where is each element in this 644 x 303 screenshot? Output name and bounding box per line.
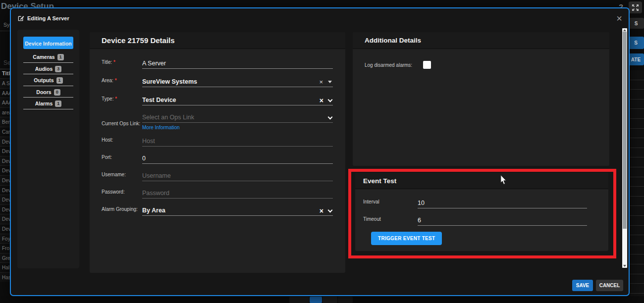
table-row[interactable]: Dev bbox=[0, 137, 10, 147]
modal-title: Editing A Server bbox=[27, 15, 69, 21]
field-label-host: Host: bbox=[102, 137, 142, 147]
table-row[interactable]: Dev bbox=[0, 156, 10, 166]
field-underline bbox=[142, 172, 333, 181]
table-row[interactable]: Dev bbox=[0, 214, 10, 224]
form-row-current-ops-link: Current Ops Link:More Information bbox=[102, 105, 333, 130]
field-label-alarm-grouping: Alarm Grouping: bbox=[102, 206, 142, 216]
sidebar-tab-alarms[interactable]: Alarms1 bbox=[23, 98, 73, 109]
clear-icon[interactable]: × bbox=[320, 98, 323, 103]
event-test-panel: Event Test Interval Timeout TRIGGER EVEN… bbox=[355, 173, 608, 251]
cancel-button[interactable]: CANCEL bbox=[596, 280, 623, 291]
chevron-down-icon[interactable] bbox=[328, 208, 333, 213]
clear-icon[interactable]: × bbox=[319, 79, 323, 85]
host-input[interactable] bbox=[142, 138, 333, 145]
fullscreen-icon[interactable] bbox=[629, 1, 642, 13]
trigger-event-test-button[interactable]: TRIGGER EVENT TEST bbox=[371, 232, 442, 245]
type-input[interactable] bbox=[142, 97, 318, 103]
field-underline: × bbox=[142, 207, 333, 216]
table-row[interactable]: A Se bbox=[0, 78, 10, 88]
table-row[interactable]: Dev bbox=[0, 146, 10, 156]
pagination-button[interactable] bbox=[338, 297, 353, 303]
modal-title-row: Editing A Server bbox=[18, 15, 69, 21]
table-row[interactable]: Fro bbox=[0, 243, 10, 253]
tab-count-badge: 1 bbox=[56, 77, 63, 84]
title-input[interactable] bbox=[142, 60, 333, 67]
field-underline bbox=[142, 60, 333, 69]
background-button-fragment[interactable]: S bbox=[628, 18, 644, 29]
required-asterisk: * bbox=[112, 59, 115, 65]
additional-details-title: Additional Details bbox=[353, 32, 609, 49]
scrollbar-up-arrow-icon[interactable] bbox=[623, 29, 626, 31]
sidebar-tab-doors[interactable]: Doors0 bbox=[23, 86, 73, 98]
port-input[interactable] bbox=[142, 155, 333, 162]
additional-details-panel: Additional Details Log disarmed alarms: bbox=[353, 32, 609, 166]
close-icon[interactable]: × bbox=[613, 12, 625, 24]
username-input[interactable] bbox=[142, 172, 333, 179]
field-label-username: Username: bbox=[102, 172, 142, 181]
area-input[interactable] bbox=[142, 78, 317, 85]
scrollbar-down-arrow-icon[interactable] bbox=[623, 265, 626, 267]
modal-scrollbar-track[interactable] bbox=[622, 28, 627, 268]
table-row[interactable]: Dev bbox=[0, 185, 10, 195]
save-button[interactable]: SAVE bbox=[572, 280, 593, 291]
form-row-type: Type: *× bbox=[102, 87, 333, 105]
form-row-title: Title: * bbox=[102, 51, 333, 69]
form-row-port: Port: bbox=[102, 147, 333, 164]
field-underline bbox=[142, 138, 333, 147]
current-ops-link-input[interactable] bbox=[142, 114, 325, 121]
chevron-down-icon[interactable] bbox=[328, 98, 333, 102]
table-row[interactable]: Car bbox=[0, 127, 10, 137]
tab-label: Outputs bbox=[34, 77, 54, 83]
field-control-alarm-grouping: × bbox=[142, 199, 333, 216]
alarm-grouping-input[interactable] bbox=[142, 207, 318, 214]
sidebar-tab-device-information[interactable]: Device Information bbox=[23, 37, 73, 49]
table-row[interactable]: Has bbox=[0, 272, 10, 282]
timeout-underline bbox=[418, 208, 587, 226]
field-control-port bbox=[142, 147, 333, 164]
table-row[interactable]: area bbox=[0, 107, 10, 117]
field-control-current-ops-link: More Information bbox=[142, 105, 333, 130]
table-row[interactable]: AAA bbox=[0, 88, 10, 98]
table-row[interactable]: Foy bbox=[0, 234, 10, 244]
sidebar-tab-outputs[interactable]: Outputs1 bbox=[23, 74, 73, 86]
background-tab-underline bbox=[0, 31, 10, 31]
table-row[interactable]: Dev bbox=[0, 165, 10, 175]
table-row[interactable]: Dev bbox=[0, 224, 10, 234]
sidebar-tab-cameras[interactable]: Cameras1 bbox=[23, 51, 73, 63]
field-underline: × bbox=[142, 78, 333, 87]
field-control-area: × bbox=[142, 69, 333, 87]
pagination-button-active[interactable] bbox=[310, 297, 322, 303]
edit-pencil-icon bbox=[18, 15, 24, 21]
device-details-form: Title: *Area: *×Type: *×Current Ops Link… bbox=[90, 49, 345, 216]
edit-server-modal: Editing A Server × Device InformationCam… bbox=[10, 7, 630, 296]
table-row[interactable]: Dev bbox=[0, 204, 10, 214]
sidebar-tab-audios[interactable]: Audios3 bbox=[23, 63, 73, 75]
clear-icon[interactable]: × bbox=[320, 208, 323, 214]
table-row[interactable]: Dev bbox=[0, 195, 10, 204]
caret-down-icon[interactable] bbox=[328, 81, 332, 83]
field-label-title: Title: * bbox=[102, 59, 142, 69]
field-control-host bbox=[142, 130, 333, 147]
table-row[interactable]: Ben bbox=[0, 117, 10, 127]
background-blue-button-fragment-1[interactable]: S bbox=[628, 37, 644, 49]
more-information-link[interactable]: More Information bbox=[142, 125, 180, 130]
table-row[interactable]: Dev bbox=[0, 175, 10, 185]
background-blue-button-fragment-2[interactable]: ATE bbox=[628, 53, 644, 65]
table-row[interactable]: Gre bbox=[0, 253, 10, 263]
log-disarmed-checkbox[interactable] bbox=[423, 61, 431, 69]
password-input[interactable] bbox=[142, 190, 333, 197]
table-row[interactable]: AAA bbox=[0, 98, 10, 107]
tab-label: Doors bbox=[36, 89, 51, 95]
device-details-title: Device 21759 Details bbox=[90, 32, 345, 49]
timeout-input[interactable] bbox=[418, 217, 587, 224]
form-row-host: Host: bbox=[102, 130, 333, 147]
field-label-current-ops-link: Current Ops Link: bbox=[102, 121, 142, 130]
field-label-area: Area: * bbox=[102, 78, 142, 87]
pagination-button[interactable] bbox=[322, 297, 337, 303]
interval-input[interactable] bbox=[418, 200, 587, 206]
chevron-down-icon[interactable] bbox=[328, 115, 333, 120]
pagination-button[interactable] bbox=[289, 297, 309, 303]
modal-scrollbar-thumb[interactable] bbox=[623, 32, 627, 229]
table-row[interactable]: Hal bbox=[0, 262, 10, 272]
timeout-row: Timeout bbox=[363, 208, 587, 226]
